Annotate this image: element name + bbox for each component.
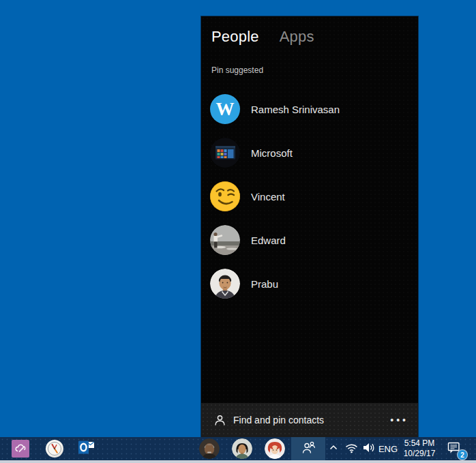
clock[interactable]: 5:54 PM 10/29/17 [399, 437, 440, 460]
contact-name: Ramesh Srinivasan [251, 104, 340, 115]
pinned-contact-button-2[interactable] [232, 437, 252, 460]
person-outline-icon [213, 414, 226, 427]
contact-row-vincent[interactable]: Vincent [201, 175, 418, 218]
wifi-icon [345, 442, 358, 456]
outlook-icon [78, 439, 95, 458]
compass-app-taskbar-button[interactable] [44, 437, 65, 460]
action-center-button[interactable]: 2 [442, 437, 465, 460]
find-and-pin-contacts-bar[interactable]: Find and pin contacts ••• [201, 403, 418, 437]
contact-list: W Ramesh Srinivasan [201, 87, 418, 305]
speaker-icon [362, 442, 375, 456]
contact-row-edward[interactable]: Edward [201, 218, 418, 262]
outlook-taskbar-button[interactable] [76, 437, 98, 460]
people-icon [301, 440, 316, 458]
people-flyout-panel: People Apps Pin suggested W Ramesh Srini… [201, 16, 418, 437]
tab-people[interactable]: People [211, 28, 259, 46]
portrait-photo-avatar [210, 269, 240, 299]
winking-emoji-avatar [210, 181, 240, 211]
pin-suggested-label: Pin suggested [211, 65, 263, 75]
contact-photo-older-man [199, 438, 220, 459]
volume-tray-button[interactable] [359, 437, 377, 460]
compass-icon [46, 440, 63, 458]
contact-name: Microsoft [251, 147, 293, 159]
contact-name: Vincent [251, 191, 285, 203]
windows-start-screen-photo-avatar [210, 138, 240, 168]
contact-row-microsoft[interactable]: Microsoft [201, 131, 418, 175]
seaside-photo-avatar [210, 225, 240, 255]
language-indicator[interactable]: ENG [376, 437, 400, 460]
tab-apps[interactable]: Apps [280, 28, 314, 46]
see-more-button[interactable]: ••• [390, 415, 408, 425]
network-tray-button[interactable] [343, 437, 359, 460]
date-label: 10/29/17 [404, 449, 436, 459]
chevron-up-icon [328, 442, 339, 455]
cloudshot-taskbar-button[interactable] [11, 437, 30, 460]
contact-row-ramesh[interactable]: W Ramesh Srinivasan [201, 87, 418, 131]
pinned-contact-button-3[interactable] [265, 437, 285, 460]
people-taskbar-button[interactable] [291, 437, 325, 460]
flyout-tabs: People Apps [201, 16, 418, 46]
language-label: ENG [378, 444, 398, 454]
contact-name: Edward [251, 235, 286, 246]
cloudshot-icon [12, 440, 29, 458]
contact-name: Prabu [251, 278, 278, 290]
screen-edge-strip [0, 460, 476, 463]
notification-badge: 2 [458, 450, 467, 460]
avatar-monogram: W [216, 100, 235, 119]
taskbar: ENG 5:54 PM 10/29/17 2 [0, 437, 476, 460]
show-hidden-icons-button[interactable] [326, 437, 341, 460]
contact-photo-woman [232, 438, 252, 459]
desktop: { "flyout": { "tabs": [ { "label": "Peop… [0, 0, 476, 463]
contact-photo-anime-character [265, 438, 285, 459]
contact-row-prabu[interactable]: Prabu [201, 262, 418, 305]
find-and-pin-contacts-label: Find and pin contacts [233, 415, 324, 425]
time-label: 5:54 PM [404, 438, 435, 449]
w-monogram-avatar: W [210, 94, 240, 124]
pinned-contact-button-1[interactable] [199, 437, 220, 460]
